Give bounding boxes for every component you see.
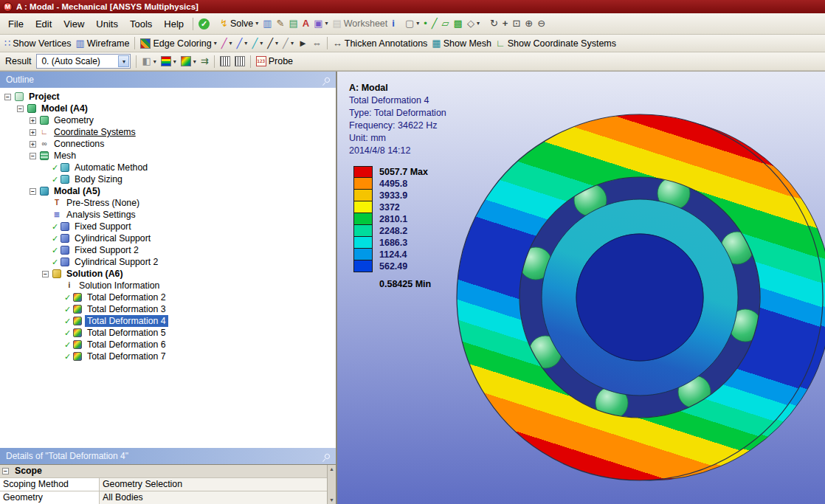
annotation-icon[interactable]: A — [300, 16, 311, 31]
edge-style-black-icon[interactable]: ╱▾ — [265, 36, 280, 51]
chevron-down-icon[interactable]: ▾ — [477, 20, 480, 27]
ruler-icon[interactable]: ⇔ — [310, 36, 324, 51]
pan-icon[interactable]: + — [500, 16, 511, 31]
image-icon[interactable]: ▣▾ — [311, 16, 330, 31]
scroll-up-icon[interactable]: ▲ — [329, 466, 334, 472]
details-scrollbar[interactable]: ▲ ▼ — [327, 465, 336, 504]
edge-coloring-button[interactable]: Edge Coloring▾ — [138, 36, 218, 51]
tree-item-solution-information[interactable]: iSolution Information — [0, 280, 336, 291]
rotate-icon[interactable]: ↻ — [488, 16, 500, 31]
new-chart-icon[interactable]: ▥ — [260, 16, 274, 31]
edge-style-gray-icon[interactable]: ╱▾ — [280, 36, 296, 51]
extend-selection-icon[interactable]: ◇▾ — [465, 16, 482, 31]
face-select-icon[interactable]: ▱ — [440, 16, 452, 31]
chevron-down-icon[interactable]: ▾ — [325, 20, 328, 27]
tree-item-connections[interactable]: +∞Connections — [0, 138, 336, 150]
expander-icon[interactable]: + — [30, 141, 36, 148]
tree-item-total-deformation-6[interactable]: ✓Total Deformation 6 — [0, 339, 336, 351]
expander-icon[interactable]: − — [17, 106, 24, 112]
title-bar[interactable]: M A : Modal - Mechanical [ANSYS Multiphy… — [0, 0, 825, 13]
expander-icon[interactable]: − — [30, 188, 36, 195]
chevron-down-icon[interactable]: ▾ — [193, 58, 196, 65]
tree-item-cylindrical-support-2[interactable]: ✓Cylindrical Support 2 — [0, 256, 336, 268]
tree-item-mesh[interactable]: −Mesh — [0, 150, 336, 162]
chevron-down-icon[interactable]: ▾ — [153, 58, 156, 65]
probe-button[interactable]: 123Probe — [254, 54, 295, 69]
chevron-down-icon[interactable]: ▾ — [229, 40, 232, 46]
details-row-scoping-method[interactable]: Scoping MethodGeometry Selection — [0, 478, 336, 491]
pin-icon[interactable] — [324, 76, 331, 83]
tree-item-body-sizing[interactable]: ✓Body Sizing — [0, 173, 336, 185]
body-select-icon[interactable]: ▩ — [452, 16, 465, 31]
expander-icon[interactable]: + — [30, 129, 36, 136]
edge-style-blue-icon[interactable]: ╱▾ — [235, 36, 250, 51]
tree-item-fixed-support-2[interactable]: ✓Fixed Support 2 — [0, 244, 336, 256]
chevron-down-icon[interactable]: ▾ — [291, 40, 294, 46]
edge-style-magenta-icon[interactable]: ╱▾ — [219, 36, 235, 51]
tree-item-total-deformation-5[interactable]: ✓Total Deformation 5 — [0, 327, 336, 339]
thicken-annotations-button[interactable]: ↔Thicken Annotations — [331, 36, 430, 51]
expander-icon[interactable]: − — [4, 94, 11, 100]
contour-bands-icon[interactable]: ▾ — [159, 54, 179, 69]
tree-item-fixed-support[interactable]: ✓Fixed Support — [0, 221, 336, 232]
zoom-out-icon[interactable]: ⊖ — [535, 16, 548, 31]
show-mesh-button[interactable]: ▦Show Mesh — [429, 36, 494, 51]
scroll-down-icon[interactable]: ▼ — [329, 497, 334, 503]
select-mode-icon[interactable]: ▢▾ — [403, 16, 421, 31]
model-canvas[interactable] — [448, 106, 825, 489]
tree-item-pre-stress-none[interactable]: TPre-Stress (None) — [0, 197, 336, 209]
expander-icon[interactable]: − — [2, 468, 9, 474]
menu-file[interactable]: File — [2, 16, 30, 32]
tree-item-automatic-method[interactable]: ✓Automatic Method — [0, 162, 336, 173]
max-annotation-icon[interactable] — [218, 54, 232, 69]
details-row-geometry[interactable]: GeometryAll Bodies — [0, 491, 336, 504]
tree-item-total-deformation-4[interactable]: ✓Total Deformation 4 — [0, 315, 336, 327]
wireframe-button[interactable]: ▥Wireframe — [74, 36, 132, 51]
expander-icon[interactable]: − — [42, 271, 49, 277]
result-scale-combo[interactable]: 0. (Auto Scale)▾ — [36, 54, 131, 69]
graphics-viewport[interactable]: A: ModalTotal Deformation 4Type: Total D… — [337, 72, 825, 504]
vertex-select-icon[interactable]: • — [421, 16, 429, 31]
tree-item-total-deformation-7[interactable]: ✓Total Deformation 7 — [0, 351, 336, 362]
show-vertices-button[interactable]: ∷Show Vertices — [2, 36, 74, 51]
show-coordinate-systems-button[interactable]: ∟Show Coordinate Systems — [494, 36, 618, 51]
vector-display-icon[interactable]: ⇉ — [199, 54, 211, 69]
chevron-down-icon[interactable]: ▾ — [275, 40, 278, 46]
details-row-value[interactable]: All Bodies — [100, 491, 336, 504]
zoom-in-icon[interactable]: ⊕ — [522, 16, 535, 31]
chart-icon[interactable]: ▤ — [286, 16, 300, 31]
details-row-value[interactable]: Geometry Selection — [100, 478, 336, 491]
solve-button[interactable]: ↯Solve▾ — [218, 16, 260, 31]
tree-item-analysis-settings[interactable]: ≣Analysis Settings — [0, 209, 336, 221]
tree-item-project[interactable]: −Project — [0, 91, 336, 103]
geometry-display-icon[interactable]: ◧▾ — [139, 54, 158, 69]
tree-item-cylindrical-support[interactable]: ✓Cylindrical Support — [0, 232, 336, 244]
menu-units[interactable]: Units — [90, 16, 124, 32]
tree-item-model-a4[interactable]: −Model (A4) — [0, 103, 336, 114]
menu-help[interactable]: Help — [158, 16, 190, 32]
tools-icon[interactable]: ✎ — [275, 16, 287, 31]
tree-item-total-deformation-2[interactable]: ✓Total Deformation 2 — [0, 291, 336, 303]
edge-select-icon[interactable]: ╱ — [429, 16, 440, 31]
min-annotation-icon[interactable] — [232, 54, 247, 69]
chevron-down-icon[interactable]: ▾ — [260, 40, 263, 46]
selection-information-icon[interactable]: i — [390, 16, 397, 31]
tree-item-total-deformation-3[interactable]: ✓Total Deformation 3 — [0, 303, 336, 315]
chevron-down-icon[interactable]: ▾ — [416, 20, 419, 27]
show-elements-icon[interactable]: ▾ — [179, 54, 199, 69]
chevron-down-icon[interactable]: ▾ — [118, 55, 129, 67]
explode-view-icon[interactable]: ► — [296, 36, 310, 51]
menu-edit[interactable]: Edit — [30, 16, 58, 32]
expander-icon[interactable]: + — [30, 117, 36, 124]
pin-icon[interactable] — [324, 452, 331, 460]
chevron-down-icon[interactable]: ▾ — [173, 58, 176, 65]
tree-item-solution-a6[interactable]: −Solution (A6) — [0, 268, 336, 280]
menu-view[interactable]: View — [58, 16, 90, 32]
edge-style-cyan-icon[interactable]: ╱▾ — [249, 36, 265, 51]
tree-item-modal-a5[interactable]: −Modal (A5) — [0, 185, 336, 197]
chevron-down-icon[interactable]: ▾ — [244, 40, 247, 46]
details-section-scope[interactable]: −Scope — [0, 465, 336, 478]
chevron-down-icon[interactable]: ▾ — [255, 20, 258, 27]
tree-item-coordinate-systems[interactable]: +∟Coordinate Systems — [0, 126, 336, 138]
ok-status-icon[interactable]: ✓ — [196, 16, 212, 31]
